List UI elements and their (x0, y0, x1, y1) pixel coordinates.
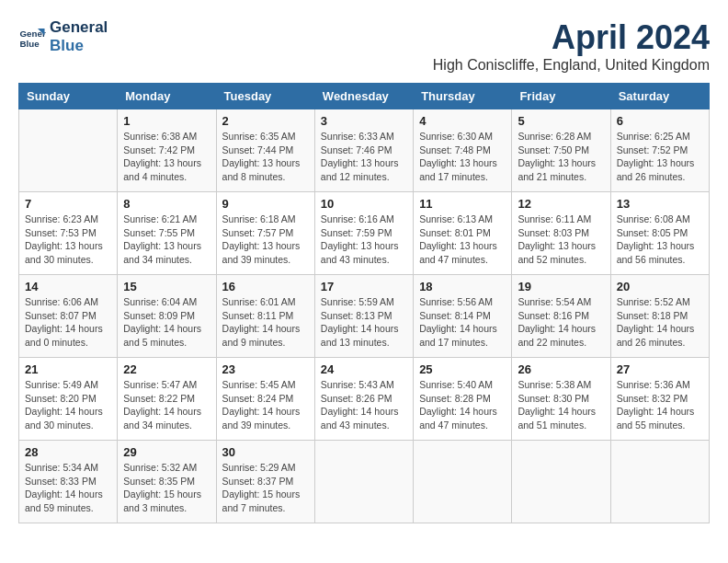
day-number: 17 (321, 280, 407, 293)
day-info: Sunrise: 5:49 AM Sunset: 8:20 PM Dayligh… (25, 378, 111, 432)
day-number: 16 (222, 280, 309, 293)
column-header-saturday: Saturday (610, 84, 709, 109)
day-info: Sunrise: 6:33 AM Sunset: 7:46 PM Dayligh… (321, 130, 407, 184)
day-number: 4 (419, 114, 506, 128)
calendar-cell (414, 441, 512, 523)
header-row: SundayMondayTuesdayWednesdayThursdayFrid… (19, 84, 710, 109)
logo-text: General (50, 18, 108, 37)
day-number: 22 (123, 362, 210, 376)
calendar-cell: 28Sunrise: 5:34 AM Sunset: 8:33 PM Dayli… (19, 441, 118, 523)
week-row-5: 28Sunrise: 5:34 AM Sunset: 8:33 PM Dayli… (19, 441, 710, 523)
day-info: Sunrise: 5:47 AM Sunset: 8:22 PM Dayligh… (123, 378, 210, 432)
calendar-cell: 5Sunrise: 6:28 AM Sunset: 7:50 PM Daylig… (512, 109, 610, 192)
day-info: Sunrise: 6:01 AM Sunset: 8:11 PM Dayligh… (222, 295, 309, 350)
calendar-cell: 9Sunrise: 6:18 AM Sunset: 7:57 PM Daylig… (216, 192, 314, 275)
day-info: Sunrise: 6:35 AM Sunset: 7:44 PM Dayligh… (222, 130, 309, 184)
day-number: 18 (419, 280, 506, 293)
day-number: 13 (617, 197, 703, 211)
day-number: 2 (222, 114, 309, 128)
day-number: 21 (25, 362, 111, 376)
calendar-cell: 13Sunrise: 6:08 AM Sunset: 8:05 PM Dayli… (610, 192, 709, 275)
calendar-cell: 1Sunrise: 6:38 AM Sunset: 7:42 PM Daylig… (118, 109, 216, 192)
week-row-1: 1Sunrise: 6:38 AM Sunset: 7:42 PM Daylig… (19, 109, 710, 192)
calendar-cell: 2Sunrise: 6:35 AM Sunset: 7:44 PM Daylig… (216, 109, 314, 192)
calendar-cell: 20Sunrise: 5:52 AM Sunset: 8:18 PM Dayli… (610, 275, 709, 358)
calendar-table: SundayMondayTuesdayWednesdayThursdayFrid… (18, 83, 710, 523)
day-number: 8 (123, 197, 210, 211)
calendar-cell: 19Sunrise: 5:54 AM Sunset: 8:16 PM Dayli… (512, 275, 610, 358)
calendar-cell: 23Sunrise: 5:45 AM Sunset: 8:24 PM Dayli… (216, 358, 314, 441)
day-info: Sunrise: 6:18 AM Sunset: 7:57 PM Dayligh… (222, 213, 309, 267)
day-info: Sunrise: 6:06 AM Sunset: 8:07 PM Dayligh… (25, 295, 111, 350)
day-number: 1 (123, 114, 210, 128)
calendar-cell: 16Sunrise: 6:01 AM Sunset: 8:11 PM Dayli… (216, 275, 314, 358)
calendar-cell: 21Sunrise: 5:49 AM Sunset: 8:20 PM Dayli… (19, 358, 118, 441)
calendar-cell: 10Sunrise: 6:16 AM Sunset: 7:59 PM Dayli… (314, 192, 413, 275)
column-header-friday: Friday (512, 84, 610, 109)
day-info: Sunrise: 5:36 AM Sunset: 8:32 PM Dayligh… (617, 378, 703, 432)
calendar-cell: 25Sunrise: 5:40 AM Sunset: 8:28 PM Dayli… (414, 358, 512, 441)
day-info: Sunrise: 5:54 AM Sunset: 8:16 PM Dayligh… (518, 295, 604, 350)
logo-icon: General Blue (18, 23, 46, 51)
day-info: Sunrise: 6:08 AM Sunset: 8:05 PM Dayligh… (617, 213, 703, 267)
svg-text:Blue: Blue (20, 38, 40, 48)
day-info: Sunrise: 5:29 AM Sunset: 8:37 PM Dayligh… (222, 461, 309, 515)
day-number: 28 (25, 445, 111, 459)
day-number: 6 (617, 114, 703, 128)
day-number: 30 (222, 445, 309, 459)
day-number: 5 (518, 114, 604, 128)
day-number: 29 (123, 445, 210, 459)
calendar-cell: 26Sunrise: 5:38 AM Sunset: 8:30 PM Dayli… (512, 358, 610, 441)
calendar-cell: 8Sunrise: 6:21 AM Sunset: 7:55 PM Daylig… (118, 192, 216, 275)
day-info: Sunrise: 5:40 AM Sunset: 8:28 PM Dayligh… (419, 378, 506, 432)
column-header-wednesday: Wednesday (314, 84, 413, 109)
day-info: Sunrise: 5:45 AM Sunset: 8:24 PM Dayligh… (222, 378, 309, 432)
calendar-cell: 22Sunrise: 5:47 AM Sunset: 8:22 PM Dayli… (118, 358, 216, 441)
calendar-cell: 30Sunrise: 5:29 AM Sunset: 8:37 PM Dayli… (216, 441, 314, 523)
month-title: April 2024 (433, 18, 710, 57)
day-number: 10 (321, 197, 407, 211)
day-number: 7 (25, 197, 111, 211)
calendar-cell (512, 441, 610, 523)
column-header-monday: Monday (118, 84, 216, 109)
calendar-cell (19, 109, 118, 192)
logo: General Blue General Blue (18, 18, 108, 54)
day-info: Sunrise: 6:25 AM Sunset: 7:52 PM Dayligh… (617, 130, 703, 184)
day-info: Sunrise: 5:43 AM Sunset: 8:26 PM Dayligh… (321, 378, 407, 432)
column-header-thursday: Thursday (414, 84, 512, 109)
day-number: 3 (321, 114, 407, 128)
day-info: Sunrise: 6:23 AM Sunset: 7:53 PM Dayligh… (25, 213, 111, 267)
day-info: Sunrise: 6:13 AM Sunset: 8:01 PM Dayligh… (419, 213, 506, 267)
day-number: 15 (123, 280, 210, 293)
day-number: 9 (222, 197, 309, 211)
day-number: 23 (222, 362, 309, 376)
week-row-4: 21Sunrise: 5:49 AM Sunset: 8:20 PM Dayli… (19, 358, 710, 441)
day-number: 14 (25, 280, 111, 293)
week-row-3: 14Sunrise: 6:06 AM Sunset: 8:07 PM Dayli… (19, 275, 710, 358)
day-info: Sunrise: 6:16 AM Sunset: 7:59 PM Dayligh… (321, 213, 407, 267)
day-number: 26 (518, 362, 604, 376)
day-info: Sunrise: 6:30 AM Sunset: 7:48 PM Dayligh… (419, 130, 506, 184)
calendar-cell: 11Sunrise: 6:13 AM Sunset: 8:01 PM Dayli… (414, 192, 512, 275)
logo-text2: Blue (50, 37, 108, 55)
day-info: Sunrise: 6:21 AM Sunset: 7:55 PM Dayligh… (123, 213, 210, 267)
calendar-cell: 15Sunrise: 6:04 AM Sunset: 8:09 PM Dayli… (118, 275, 216, 358)
page-header: General Blue General Blue April 2024 Hig… (18, 18, 710, 74)
column-header-sunday: Sunday (19, 84, 118, 109)
column-header-tuesday: Tuesday (216, 84, 314, 109)
calendar-cell (314, 441, 413, 523)
calendar-cell: 7Sunrise: 6:23 AM Sunset: 7:53 PM Daylig… (19, 192, 118, 275)
day-info: Sunrise: 6:11 AM Sunset: 8:03 PM Dayligh… (518, 213, 604, 267)
day-info: Sunrise: 5:59 AM Sunset: 8:13 PM Dayligh… (321, 295, 407, 350)
calendar-cell: 6Sunrise: 6:25 AM Sunset: 7:52 PM Daylig… (610, 109, 709, 192)
day-info: Sunrise: 5:34 AM Sunset: 8:33 PM Dayligh… (25, 461, 111, 515)
day-number: 20 (617, 280, 703, 293)
calendar-cell: 27Sunrise: 5:36 AM Sunset: 8:32 PM Dayli… (610, 358, 709, 441)
day-number: 11 (419, 197, 506, 211)
calendar-cell: 17Sunrise: 5:59 AM Sunset: 8:13 PM Dayli… (314, 275, 413, 358)
calendar-cell: 29Sunrise: 5:32 AM Sunset: 8:35 PM Dayli… (118, 441, 216, 523)
day-number: 12 (518, 197, 604, 211)
day-info: Sunrise: 6:28 AM Sunset: 7:50 PM Dayligh… (518, 130, 604, 184)
day-number: 24 (321, 362, 407, 376)
day-number: 19 (518, 280, 604, 293)
